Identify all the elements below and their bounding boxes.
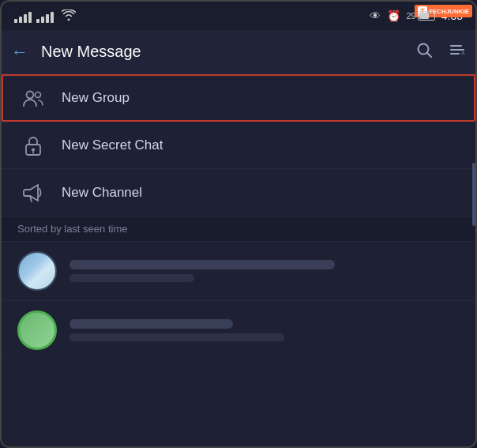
svg-line-1 bbox=[427, 53, 431, 57]
contact-name-bar-2 bbox=[69, 319, 233, 329]
battery-fill bbox=[419, 13, 430, 19]
section-label: Sorted by last seen time bbox=[2, 216, 475, 242]
bar4b bbox=[51, 12, 54, 23]
new-secret-chat-label: New Secret Chat bbox=[62, 137, 163, 153]
svg-text:A: A bbox=[460, 50, 465, 56]
contact-item-1[interactable] bbox=[2, 242, 475, 301]
content: New Group New Secret Chat bbox=[2, 74, 475, 446]
battery-icon bbox=[418, 11, 435, 21]
bar3 bbox=[24, 14, 27, 23]
megaphone-icon bbox=[17, 177, 49, 209]
contact-sub-bar-2 bbox=[69, 333, 284, 341]
group-icon bbox=[17, 82, 49, 114]
alarm-icon: ⏰ bbox=[387, 9, 400, 22]
contact-info-2 bbox=[69, 319, 460, 341]
svg-point-6 bbox=[27, 91, 34, 98]
top-bar: ← New Message A bbox=[2, 30, 475, 74]
svg-point-7 bbox=[36, 92, 41, 97]
battery-wrapper: 29 bbox=[407, 11, 435, 21]
scroll-thumb[interactable] bbox=[472, 163, 475, 226]
eye-icon: 👁 bbox=[370, 9, 381, 22]
contact-item-2[interactable] bbox=[2, 301, 475, 360]
phone-frame: T TECHJUNKIE bbox=[0, 0, 477, 448]
signal-2 bbox=[36, 12, 54, 23]
avatar-2 bbox=[17, 311, 57, 350]
bar2b bbox=[41, 17, 44, 23]
sort-icon[interactable]: A bbox=[449, 41, 466, 62]
lock-icon bbox=[17, 130, 49, 161]
new-group-label: New Group bbox=[62, 90, 130, 106]
menu-item-new-secret-chat[interactable]: New Secret Chat bbox=[2, 122, 475, 169]
status-left bbox=[14, 9, 76, 23]
contact-name-bar-1 bbox=[69, 260, 335, 269]
new-channel-label: New Channel bbox=[62, 185, 142, 201]
top-actions: A bbox=[415, 41, 466, 62]
contact-info-1 bbox=[69, 260, 460, 282]
page-title: New Message bbox=[41, 43, 415, 61]
contact-sub-bar-1 bbox=[69, 274, 194, 282]
menu-item-new-channel[interactable]: New Channel bbox=[2, 169, 475, 216]
wifi-icon bbox=[62, 9, 76, 23]
status-bar: 👁 ⏰ 29 4:35 bbox=[2, 2, 475, 30]
signal-1 bbox=[14, 12, 32, 23]
back-button[interactable]: ← bbox=[11, 42, 28, 62]
bar3b bbox=[46, 14, 49, 23]
scroll-track bbox=[472, 147, 475, 446]
bar1 bbox=[14, 19, 17, 23]
menu-item-new-group[interactable]: New Group bbox=[2, 74, 475, 122]
search-icon[interactable] bbox=[415, 41, 433, 62]
bar4 bbox=[28, 12, 32, 23]
avatar-1 bbox=[17, 251, 57, 291]
bar1b bbox=[36, 19, 39, 23]
bar2 bbox=[19, 17, 22, 23]
